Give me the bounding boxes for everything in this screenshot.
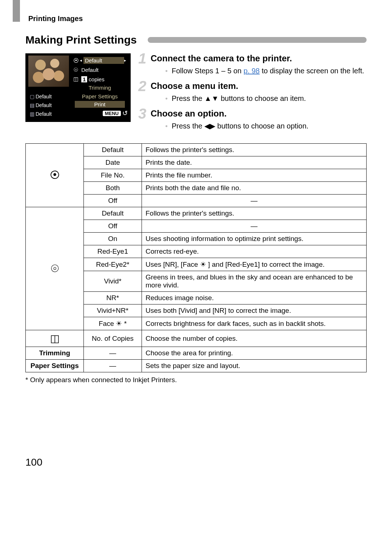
table-option-cell: Red-Eye2* <box>84 258 142 271</box>
options-table: ⦿DefaultFollows the printer's settings.D… <box>25 143 367 372</box>
table-desc-cell: Reduces image noise. <box>142 292 367 304</box>
page-number: 100 <box>25 457 367 468</box>
table-option-cell: Off <box>84 220 142 233</box>
table-row: ⦾DefaultFollows the printer's settings. <box>26 207 367 220</box>
steps-list: 1 Connect the camera to the printer. Fol… <box>140 53 367 136</box>
title-divider <box>148 37 367 43</box>
table-desc-cell: — <box>142 195 367 207</box>
table-desc-cell: Uses [NR], [Face ☀ ] and [Red-Eye1] to c… <box>142 258 367 271</box>
table-desc-cell: Prints the date. <box>142 156 367 169</box>
menu-label: MENU <box>103 111 121 116</box>
step-3: 3 Choose an option. Press the ◀▶ buttons… <box>140 109 367 131</box>
screen-opt-copies: ◫ 1copies <box>72 74 128 84</box>
table-row: Paper Settings—Sets the paper size and l… <box>26 360 367 372</box>
table-row: Trimming—Choose the area for printing. <box>26 347 367 360</box>
table-category-cell: ⦿ <box>26 144 84 207</box>
table-option-cell: Red-Eye1 <box>84 245 142 258</box>
table-option-cell: On <box>84 233 142 245</box>
step-title: Connect the camera to the printer. <box>151 53 367 64</box>
up-down-arrows-icon: ▲▼ <box>204 94 219 102</box>
table-desc-cell: Greens in trees, and blues in the sky an… <box>142 271 367 292</box>
step-body: Press the ◀▶ buttons to choose an option… <box>165 121 367 131</box>
footnote: * Only appears when connected to Inkjet … <box>25 376 367 384</box>
copies-icon: ◫ <box>72 76 80 82</box>
table-desc-cell: Uses shooting information to optimize pr… <box>142 233 367 245</box>
table-option-cell: Vivid* <box>84 271 142 292</box>
table-desc-cell: Prints the file number. <box>142 169 367 182</box>
step-body: Press the ▲▼ buttons to choose an item. <box>165 93 367 103</box>
page-tab <box>13 0 20 22</box>
table-option-cell: No. of Copies <box>84 330 142 347</box>
clock-icon: ⦿ <box>72 57 80 64</box>
screen-trimming-label: Trimming <box>72 85 128 91</box>
table-category-cell: ⦾ <box>26 207 84 330</box>
table-option-cell: Face ☀ * <box>84 317 142 330</box>
table-row: ⦿DefaultFollows the printer's settings. <box>26 144 367 156</box>
table-option-cell: Both <box>84 182 142 195</box>
table-desc-cell: Prints both the date and file no. <box>142 182 367 195</box>
screen-opt-image-effect: ⦾ Default <box>72 65 128 74</box>
screen-paper-settings-label: Paper Settings <box>72 92 128 101</box>
table-option-cell: Off <box>84 195 142 207</box>
table-option-cell: Default <box>84 207 142 220</box>
screen-left-opt-2: ▤ Default <box>28 101 69 110</box>
table-desc-cell: Follows the printer's settings. <box>142 144 367 156</box>
table-option-cell: Date <box>84 156 142 169</box>
screen-print-button: Print <box>75 101 125 108</box>
screen-left-opt-3: ▥ Default <box>28 110 69 118</box>
photo-thumbnail <box>28 56 69 87</box>
left-right-arrows-icon: ◀▶ <box>204 122 215 130</box>
picture-icon: ⦾ <box>72 66 80 73</box>
screen-left-opt-1: ▢ Default <box>28 92 69 101</box>
table-option-cell: Vivid+NR* <box>84 304 142 317</box>
table-desc-cell: Corrects brightness for dark faces, such… <box>142 317 367 330</box>
table-desc-cell: Follows the printer's settings. <box>142 207 367 220</box>
chevron-right-icon: ▸ <box>124 58 128 63</box>
table-desc-cell: Sets the paper size and layout. <box>142 360 367 372</box>
step-number: 1 <box>138 50 146 67</box>
screen-opt-print-effect: ⦿ ◂ Default ▸ <box>72 56 128 65</box>
table-option-cell: File No. <box>84 169 142 182</box>
step-2: 2 Choose a menu item. Press the ▲▼ butto… <box>140 81 367 103</box>
page-ref-link[interactable]: p. 98 <box>244 67 260 75</box>
table-option-cell: NR* <box>84 292 142 304</box>
table-desc-cell: Choose the area for printing. <box>142 347 367 360</box>
page-title: Making Print Settings <box>25 34 137 46</box>
step-number: 2 <box>138 78 146 94</box>
table-option-cell: Default <box>84 144 142 156</box>
table-option-cell: — <box>84 360 142 372</box>
copies-count: 1 <box>81 76 87 82</box>
back-icon: ↺ <box>122 109 128 117</box>
step-number: 3 <box>138 106 146 122</box>
paper-icon: ▢ <box>28 94 36 99</box>
step-title: Choose a menu item. <box>151 81 367 91</box>
step-1: 1 Connect the camera to the printer. Fol… <box>140 53 367 76</box>
table-desc-cell: Uses both [Vivid] and [NR] to correct th… <box>142 304 367 317</box>
table-desc-cell: Corrects red-eye. <box>142 245 367 258</box>
table-category-cell: ◫ <box>26 330 84 347</box>
table-desc-cell: — <box>142 220 367 233</box>
table-row: ◫No. of CopiesChoose the number of copie… <box>26 330 367 347</box>
table-option-cell: — <box>84 347 142 360</box>
camera-screen-mock: ⦿ ◂ Default ▸ ⦾ Default ◫ 1copies Trimmi… <box>25 53 131 122</box>
table-category-cell: Trimming <box>26 347 84 360</box>
chevron-left-icon: ◂ <box>80 58 83 63</box>
table-desc-cell: Choose the number of copies. <box>142 330 367 347</box>
step-body: Follow Steps 1 – 5 on p. 98 to display t… <box>165 66 367 76</box>
paper-icon: ▤ <box>28 102 36 108</box>
step-title: Choose an option. <box>151 109 367 119</box>
table-category-cell: Paper Settings <box>26 360 84 372</box>
section-label: Printing Images <box>28 15 367 23</box>
paper-icon: ▥ <box>28 111 36 117</box>
